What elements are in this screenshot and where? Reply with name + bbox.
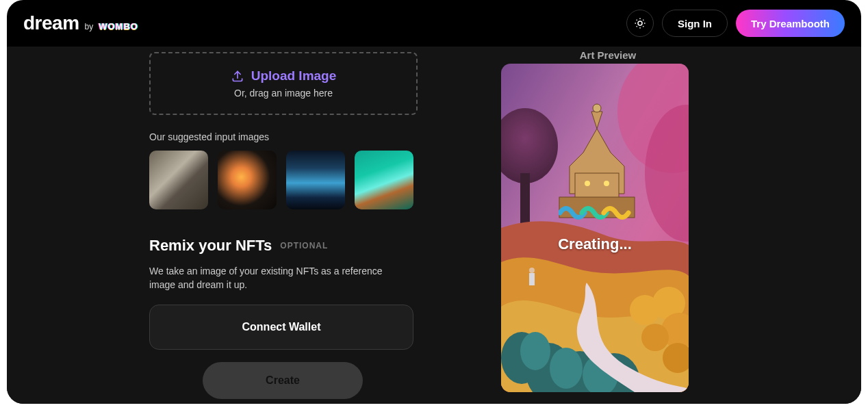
header: dream by WOMBO Sign In Try Dreambooth — [7, 0, 861, 47]
optional-badge: OPTIONAL — [280, 241, 328, 250]
remix-header: Remix your NFTs OPTIONAL — [149, 237, 423, 255]
svg-point-0 — [638, 21, 642, 25]
preview-status-text: Creating... — [558, 235, 632, 253]
svg-line-7 — [637, 26, 637, 27]
suggested-images-label: Our suggested input images — [149, 131, 423, 142]
brand-by: by — [85, 22, 94, 31]
connect-wallet-button[interactable]: Connect Wallet — [149, 305, 413, 350]
suggested-images-row — [149, 151, 423, 209]
svg-line-4 — [643, 26, 643, 27]
suggested-image-3[interactable] — [286, 151, 345, 209]
svg-rect-35 — [529, 273, 535, 285]
art-preview-card: Creating... — [501, 64, 689, 392]
remix-title: Remix your NFTs — [149, 237, 272, 255]
theme-toggle-button[interactable] — [626, 10, 654, 37]
upload-subtitle: Or, drag an image here — [234, 88, 333, 99]
svg-point-34 — [529, 268, 535, 273]
art-preview-label: Art Preview — [567, 49, 649, 61]
brand-main: dream — [23, 12, 79, 34]
svg-line-8 — [643, 20, 643, 21]
loading-wave-icon — [559, 203, 631, 223]
svg-point-26 — [520, 332, 550, 370]
upload-dropzone[interactable]: Upload Image Or, drag an image here — [149, 52, 418, 115]
app-window: dream by WOMBO Sign In Try Dreambooth — [7, 0, 861, 404]
sign-in-button[interactable]: Sign In — [662, 10, 728, 37]
svg-rect-16 — [575, 173, 619, 201]
sun-icon — [634, 17, 646, 29]
svg-point-21 — [604, 181, 609, 186]
left-column: Upload Image Or, drag an image here Our … — [149, 47, 423, 399]
brand-wombo: WOMBO — [99, 21, 138, 31]
upload-title-row: Upload Image — [231, 68, 337, 83]
preview-status-overlay: Creating... — [558, 203, 632, 253]
create-button[interactable]: Create — [203, 362, 363, 399]
svg-point-32 — [641, 324, 669, 351]
svg-line-3 — [637, 20, 637, 21]
main-content: Upload Image Or, drag an image here Our … — [7, 47, 861, 404]
header-actions: Sign In Try Dreambooth — [626, 10, 845, 37]
svg-point-20 — [585, 181, 590, 186]
try-dreambooth-button[interactable]: Try Dreambooth — [736, 10, 845, 37]
suggested-image-1[interactable] — [149, 151, 208, 209]
svg-point-27 — [550, 348, 583, 389]
suggested-image-4[interactable] — [355, 151, 413, 209]
svg-point-18 — [593, 104, 601, 112]
upload-icon — [231, 69, 244, 83]
remix-description: We take an image of your existing NFTs a… — [149, 264, 409, 292]
upload-title: Upload Image — [251, 68, 337, 83]
brand: dream by WOMBO — [23, 12, 138, 34]
suggested-image-2[interactable] — [218, 151, 277, 209]
